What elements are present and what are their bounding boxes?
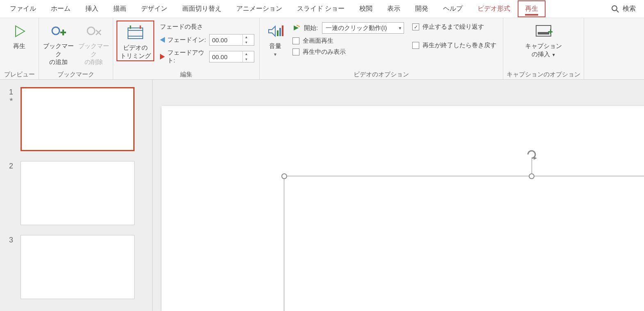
volume-label: 音量 — [269, 42, 281, 50]
insert-caption-button[interactable]: キャプション の挿入 ▼ — [523, 21, 564, 58]
add-bookmark-button[interactable]: ブックマーク の追加 — [42, 21, 74, 66]
tab-view[interactable]: 表示 — [380, 0, 408, 17]
svg-rect-9 — [128, 28, 143, 39]
fade-out-down[interactable]: ▼ — [243, 57, 250, 62]
svg-rect-16 — [279, 28, 281, 36]
svg-marker-18 — [294, 25, 299, 30]
loop-label: 停止するまで繰り返す — [422, 23, 484, 31]
start-icon — [292, 24, 300, 32]
fade-in-up[interactable]: ▲ — [243, 35, 250, 40]
svg-line-1 — [617, 10, 619, 12]
tab-playback[interactable]: 再生 — [518, 0, 546, 17]
trim-video-label1: ビデオの — [123, 44, 148, 52]
slide-thumb-3[interactable] — [21, 235, 135, 299]
trim-video-icon — [126, 25, 144, 40]
tab-slideshow[interactable]: スライド ショー — [290, 0, 352, 17]
fade-out-label: フェードアウト: — [167, 49, 207, 65]
search-button[interactable]: 検索 — [605, 5, 642, 13]
svg-marker-14 — [269, 26, 275, 36]
slide-thumb-3-wrap[interactable]: 3 — [5, 235, 147, 299]
svg-point-3 — [52, 27, 59, 35]
rewind-checkbox[interactable]: 再生が終了したら巻き戻す — [412, 41, 496, 49]
group-bookmark: ブックマーク の追加 ブックマーク の削除 ブックマーク — [39, 18, 113, 79]
playback-options-col1: 開始: 一連のクリック動作(I) ▼ 全画面再生 再生中のみ表示 — [291, 21, 407, 56]
trim-video-label2: トリミング — [120, 52, 151, 60]
group-video-options: 音量 ▼ 開始: 一連のクリック動作(I) ▼ 全画面再生 — [260, 18, 503, 79]
fade-out-icon — [160, 54, 165, 60]
remove-bookmark-button: ブックマーク の削除 — [78, 21, 110, 66]
svg-rect-23 — [550, 29, 551, 34]
trim-video-highlight: ビデオの トリミング — [116, 21, 154, 61]
remove-bookmark-label1: ブックマーク — [78, 42, 110, 58]
slide-thumb-1[interactable] — [21, 87, 135, 151]
group-caption-label: キャプションのオプション — [507, 69, 580, 79]
slide-number-2: 2 — [5, 161, 21, 225]
slide-thumb-2[interactable] — [21, 161, 135, 225]
rewind-label: 再生が終了したら巻き戻す — [422, 41, 496, 49]
fade-out-input[interactable] — [210, 53, 242, 60]
tab-design[interactable]: デザイン — [134, 0, 175, 17]
fade-in-down[interactable]: ▼ — [243, 40, 250, 45]
tab-video-format[interactable]: ビデオ形式 — [470, 0, 518, 17]
group-preview-label: プレビュー — [4, 69, 35, 79]
trim-video-button[interactable]: ビデオの トリミング — [118, 22, 153, 60]
checkbox-box — [412, 42, 419, 49]
rotate-handle[interactable] — [526, 149, 537, 160]
tab-draw[interactable]: 描画 — [106, 0, 134, 17]
slide-number-1: 1 ★ — [5, 87, 21, 151]
slide-canvas[interactable] — [162, 106, 644, 311]
fade-length-label: フェードの長さ — [160, 23, 254, 31]
fade-out-spinner[interactable]: ▲▼ — [209, 51, 254, 62]
group-editing: ビデオの トリミング フェードの長さ フェードイン: ▲▼ フェードアウト: — [113, 18, 260, 79]
fade-out-up[interactable]: ▲ — [243, 51, 250, 57]
play-button-label: 再生 — [13, 42, 25, 50]
slide-thumb-1-wrap[interactable]: 1 ★ — [5, 87, 147, 151]
rotate-handle-line — [532, 157, 532, 174]
start-dropdown[interactable]: 一連のクリック動作(I) ▼ — [322, 22, 404, 34]
add-bookmark-label2: の追加 — [49, 58, 68, 66]
tab-animations[interactable]: アニメーション — [229, 0, 290, 17]
svg-rect-5 — [62, 30, 64, 35]
tab-help[interactable]: ヘルプ — [436, 0, 470, 17]
checkbox-box — [292, 37, 299, 44]
tab-insert[interactable]: 挿入 — [78, 0, 106, 17]
svg-line-19 — [297, 25, 300, 27]
resize-handle-n[interactable] — [529, 173, 534, 179]
caption-icon — [534, 24, 553, 39]
start-dropdown-value: 一連のクリック動作(I) — [326, 24, 387, 32]
tab-review[interactable]: 校閲 — [352, 0, 380, 17]
resize-handle-nw[interactable] — [281, 173, 287, 179]
fade-in-input[interactable] — [210, 37, 242, 44]
animation-indicator-icon[interactable]: ★ — [9, 97, 21, 103]
remove-bookmark-icon — [85, 24, 102, 38]
hide-not-playing-label: 再生中のみ表示 — [303, 48, 346, 56]
remove-bookmark-label2: の削除 — [84, 58, 103, 66]
search-label: 検索 — [623, 5, 636, 13]
fade-controls: フェードの長さ フェードイン: ▲▼ フェードアウト: ▲▼ — [158, 21, 256, 65]
svg-rect-15 — [277, 30, 279, 36]
slide-editor[interactable] — [153, 80, 644, 311]
add-bookmark-icon — [50, 24, 66, 38]
svg-marker-2 — [16, 26, 25, 37]
tab-transitions[interactable]: 画面切り替え — [175, 0, 229, 17]
hide-not-playing-checkbox[interactable]: 再生中のみ表示 — [292, 48, 404, 56]
volume-button[interactable]: 音量 ▼ — [263, 21, 288, 57]
tab-developer[interactable]: 開発 — [408, 0, 436, 17]
fade-in-label: フェードイン: — [167, 36, 207, 44]
slide-thumb-2-wrap[interactable]: 2 — [5, 161, 147, 225]
fullscreen-checkbox[interactable]: 全画面再生 — [292, 37, 404, 45]
fade-in-spinner[interactable]: ▲▼ — [209, 34, 254, 46]
svg-rect-21 — [538, 32, 549, 35]
volume-chevron-icon: ▼ — [273, 52, 277, 57]
checkbox-box-checked: ✓ — [412, 23, 419, 30]
video-object[interactable] — [284, 176, 644, 311]
insert-caption-label1: キャプション — [525, 42, 562, 50]
tab-file[interactable]: ファイル — [2, 0, 43, 17]
playback-options-col2: ✓ 停止するまで繰り返す 再生が終了したら巻き戻す — [411, 21, 500, 49]
slide-thumbnail-panel[interactable]: 1 ★ 2 3 — [0, 80, 153, 311]
tab-home[interactable]: ホーム — [43, 0, 78, 17]
start-label: 開始: — [304, 24, 318, 32]
svg-rect-17 — [282, 25, 283, 36]
loop-checkbox[interactable]: ✓ 停止するまで繰り返す — [412, 23, 496, 31]
play-button[interactable]: 再生 — [3, 21, 35, 50]
